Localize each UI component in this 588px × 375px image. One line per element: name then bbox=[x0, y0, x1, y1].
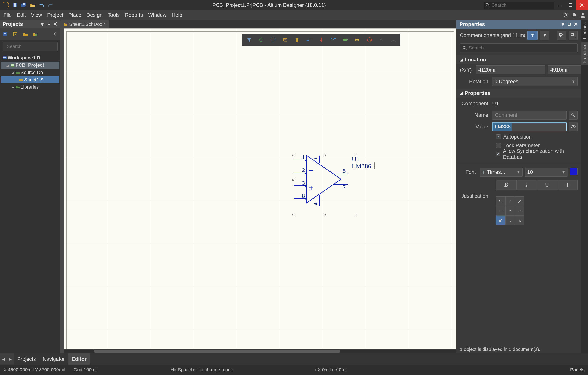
properties-search[interactable] bbox=[456, 42, 581, 54]
save-icon[interactable] bbox=[11, 1, 19, 9]
user-icon[interactable] bbox=[578, 11, 587, 19]
bottom-tab-navigator[interactable]: Navigator bbox=[39, 353, 68, 365]
bottom-tab-projects[interactable]: Projects bbox=[14, 353, 39, 365]
proj-tb-1[interactable] bbox=[2, 31, 9, 38]
panel-close-icon[interactable]: ✕ bbox=[53, 22, 58, 26]
place-text-icon[interactable]: A bbox=[378, 36, 385, 44]
bold-button[interactable]: B bbox=[496, 180, 516, 190]
menu-reports[interactable]: Reports bbox=[122, 10, 146, 20]
menu-view[interactable]: View bbox=[28, 10, 45, 20]
undo-icon[interactable] bbox=[37, 1, 46, 9]
just-bl[interactable]: ↙ bbox=[496, 215, 505, 225]
dropdown-rotation[interactable]: 0 Degrees ▼ bbox=[492, 77, 578, 86]
panel-menu-icon[interactable]: ▾ bbox=[560, 22, 565, 27]
just-ml[interactable]: ← bbox=[496, 206, 505, 215]
just-mc[interactable]: • bbox=[505, 206, 515, 215]
maximize-button[interactable] bbox=[565, 0, 576, 10]
section-properties[interactable]: ◢Properties bbox=[456, 89, 581, 98]
just-tc[interactable]: ↑ bbox=[505, 197, 515, 206]
menu-file[interactable]: File bbox=[1, 10, 14, 20]
proj-tb-collapse[interactable] bbox=[51, 31, 58, 38]
name-lookup-button[interactable] bbox=[569, 110, 578, 120]
place-port-icon[interactable] bbox=[342, 36, 349, 44]
place-part-icon[interactable] bbox=[294, 36, 301, 44]
select-all-icon[interactable] bbox=[569, 31, 578, 40]
panel-pin-icon[interactable] bbox=[46, 22, 51, 26]
projects-search[interactable] bbox=[0, 40, 60, 52]
just-tr[interactable]: ↗ bbox=[515, 197, 524, 206]
open-icon[interactable] bbox=[28, 1, 37, 9]
schematic-canvas[interactable]: D1 A bbox=[60, 28, 456, 353]
notifications-icon[interactable] bbox=[570, 11, 578, 19]
panel-close-icon[interactable]: ✕ bbox=[573, 22, 578, 27]
menu-design[interactable]: Design bbox=[84, 10, 105, 20]
menu-edit[interactable]: Edit bbox=[14, 10, 28, 20]
place-wire-icon[interactable] bbox=[306, 36, 313, 44]
proj-tb-2[interactable] bbox=[12, 31, 19, 38]
input-x[interactable] bbox=[476, 66, 546, 75]
dropdown-font-size[interactable]: 10 ▼ bbox=[525, 168, 568, 177]
tree-libraries[interactable]: ▸ Libraries bbox=[1, 83, 59, 91]
menu-window[interactable]: Window bbox=[146, 10, 169, 20]
select-icon[interactable] bbox=[270, 36, 277, 44]
comp-designator[interactable]: U1 bbox=[352, 155, 360, 163]
filter-button[interactable] bbox=[527, 31, 538, 40]
panel-menu-icon[interactable]: ▾ bbox=[40, 22, 45, 26]
doc-tab-sheet1[interactable]: Sheet1.SchDoc * bbox=[60, 21, 109, 28]
status-panels-button[interactable]: Panels bbox=[570, 367, 585, 373]
filter-icon[interactable] bbox=[245, 36, 253, 44]
proj-tb-4[interactable] bbox=[31, 31, 39, 38]
titlebar-search-input[interactable] bbox=[492, 2, 553, 8]
bottom-tab-editor[interactable]: Editor bbox=[68, 353, 90, 365]
tree-project[interactable]: ◢ PCB_Project bbox=[1, 62, 59, 69]
settings-icon[interactable] bbox=[561, 11, 570, 19]
place-netlabel-icon[interactable]: D1 bbox=[354, 36, 361, 44]
tab-scroll-right[interactable]: ▸ bbox=[7, 353, 14, 365]
input-value[interactable] bbox=[492, 122, 567, 131]
minimize-button[interactable] bbox=[555, 0, 565, 10]
just-br[interactable]: ↘ bbox=[515, 215, 524, 225]
underline-button[interactable]: U bbox=[537, 180, 557, 190]
h-scrollbar[interactable] bbox=[64, 349, 456, 353]
font-color-swatch[interactable] bbox=[570, 168, 578, 175]
proj-tb-3[interactable] bbox=[21, 31, 29, 38]
chk-autoposition[interactable]: ✓Autoposition bbox=[460, 132, 578, 141]
move-icon[interactable] bbox=[257, 36, 265, 44]
panel-pin-icon[interactable] bbox=[567, 22, 572, 27]
side-tab-properties[interactable]: Properties bbox=[581, 42, 588, 65]
tree-workspace[interactable]: Workspace1.D bbox=[1, 54, 59, 62]
menu-help[interactable]: Help bbox=[169, 10, 185, 20]
place-noerc-icon[interactable] bbox=[366, 36, 373, 44]
menu-place[interactable]: Place bbox=[66, 10, 84, 20]
schematic-component[interactable]: 1 2 3 8 5 7 6 4 U1 LM386 bbox=[292, 151, 365, 216]
tree-source[interactable]: ◢ Source Do bbox=[1, 69, 59, 76]
input-name[interactable] bbox=[492, 110, 567, 120]
projects-search-input[interactable] bbox=[7, 44, 66, 49]
place-bus-icon[interactable] bbox=[330, 36, 337, 44]
visibility-button[interactable] bbox=[569, 122, 578, 131]
just-tl[interactable]: ↖ bbox=[496, 197, 505, 206]
save-all-icon[interactable] bbox=[19, 1, 28, 9]
projects-tree[interactable]: Workspace1.D ◢ PCB_Project ◢ Source Do S… bbox=[0, 52, 60, 353]
just-mr[interactable]: → bbox=[515, 206, 524, 215]
section-location[interactable]: ◢Location bbox=[456, 55, 581, 64]
tab-scroll-left[interactable]: ◂ bbox=[0, 353, 7, 365]
chk-allowsync[interactable]: ✓Allow Synchronization with Databas bbox=[460, 150, 578, 158]
redo-icon[interactable] bbox=[46, 1, 55, 9]
titlebar-search[interactable] bbox=[483, 1, 555, 9]
place-arc-icon[interactable] bbox=[390, 36, 397, 44]
input-y[interactable] bbox=[548, 66, 581, 75]
menu-tools[interactable]: Tools bbox=[105, 10, 122, 20]
properties-search-input[interactable] bbox=[469, 45, 575, 51]
menu-project[interactable]: Project bbox=[45, 10, 66, 20]
filter-dropdown[interactable]: ▾ bbox=[540, 31, 549, 40]
select-connected-icon[interactable] bbox=[557, 31, 566, 40]
just-bc[interactable]: ↓ bbox=[505, 215, 515, 225]
italic-button[interactable]: I bbox=[516, 180, 537, 190]
side-tab-libraries[interactable]: Libraries bbox=[581, 21, 588, 41]
close-button[interactable] bbox=[576, 0, 588, 10]
place-power-icon[interactable] bbox=[318, 36, 325, 44]
align-icon[interactable] bbox=[282, 36, 289, 44]
tree-sheet[interactable]: Sheet1.S bbox=[1, 76, 59, 83]
dropdown-font-name[interactable]: T Times... ▼ bbox=[480, 168, 523, 177]
